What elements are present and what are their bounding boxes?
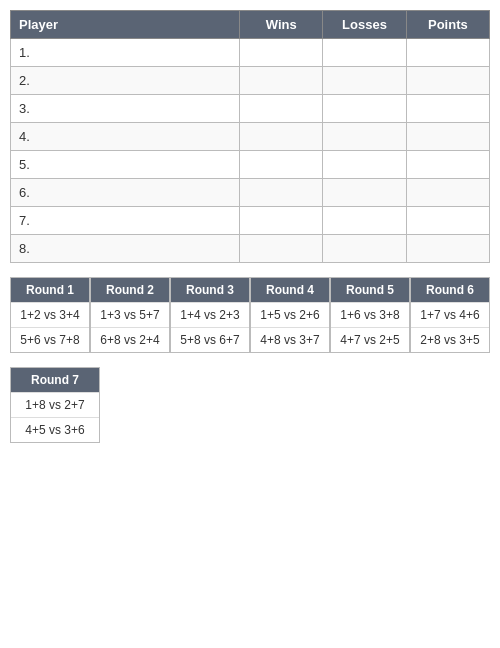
round-header-3: Round 3 bbox=[171, 278, 249, 302]
standings-row: 4. bbox=[11, 123, 490, 151]
standings-row: 2. bbox=[11, 67, 490, 95]
player-wins bbox=[240, 207, 323, 235]
round-match-2-2: 6+8 vs 2+4 bbox=[91, 327, 169, 352]
player-wins bbox=[240, 123, 323, 151]
round-match-2-1: 1+3 vs 5+7 bbox=[91, 302, 169, 327]
standings-row: 7. bbox=[11, 207, 490, 235]
round-block-5: Round 51+6 vs 3+84+7 vs 2+5 bbox=[330, 277, 410, 353]
player-losses bbox=[323, 67, 406, 95]
player-number: 6. bbox=[11, 179, 240, 207]
player-wins bbox=[240, 235, 323, 263]
player-number: 5. bbox=[11, 151, 240, 179]
player-points bbox=[406, 95, 489, 123]
player-number: 3. bbox=[11, 95, 240, 123]
round-match-7-2: 4+5 vs 3+6 bbox=[11, 417, 99, 442]
round-match-4-1: 1+5 vs 2+6 bbox=[251, 302, 329, 327]
standings-table: Player Wins Losses Points 1. 2. 3. 4. bbox=[10, 10, 490, 263]
player-losses bbox=[323, 95, 406, 123]
standings-row: 6. bbox=[11, 179, 490, 207]
round-header-6: Round 6 bbox=[411, 278, 489, 302]
player-wins bbox=[240, 151, 323, 179]
player-number: 1. bbox=[11, 39, 240, 67]
round-block-4: Round 41+5 vs 2+64+8 vs 3+7 bbox=[250, 277, 330, 353]
standings-header-player: Player bbox=[11, 11, 240, 39]
round-header-5: Round 5 bbox=[331, 278, 409, 302]
player-points bbox=[406, 151, 489, 179]
player-points bbox=[406, 67, 489, 95]
round-match-3-2: 5+8 vs 6+7 bbox=[171, 327, 249, 352]
round-match-5-1: 1+6 vs 3+8 bbox=[331, 302, 409, 327]
round-block-2: Round 21+3 vs 5+76+8 vs 2+4 bbox=[90, 277, 170, 353]
player-losses bbox=[323, 207, 406, 235]
player-points bbox=[406, 123, 489, 151]
player-points bbox=[406, 179, 489, 207]
player-points bbox=[406, 39, 489, 67]
round-header-4: Round 4 bbox=[251, 278, 329, 302]
round-block-1: Round 11+2 vs 3+45+6 vs 7+8 bbox=[10, 277, 90, 353]
player-number: 2. bbox=[11, 67, 240, 95]
player-wins bbox=[240, 39, 323, 67]
round-block-3: Round 31+4 vs 2+35+8 vs 6+7 bbox=[170, 277, 250, 353]
player-losses bbox=[323, 39, 406, 67]
player-wins bbox=[240, 179, 323, 207]
standings-row: 5. bbox=[11, 151, 490, 179]
round-match-4-2: 4+8 vs 3+7 bbox=[251, 327, 329, 352]
round7-block: Round 71+8 vs 2+74+5 vs 3+6 bbox=[10, 367, 100, 443]
rounds-main-grid: Round 11+2 vs 3+45+6 vs 7+8Round 21+3 vs… bbox=[10, 277, 490, 353]
round-match-6-2: 2+8 vs 3+5 bbox=[411, 327, 489, 352]
standings-header-losses: Losses bbox=[323, 11, 406, 39]
player-number: 4. bbox=[11, 123, 240, 151]
standings-row: 1. bbox=[11, 39, 490, 67]
player-number: 7. bbox=[11, 207, 240, 235]
player-losses bbox=[323, 123, 406, 151]
player-wins bbox=[240, 67, 323, 95]
player-wins bbox=[240, 95, 323, 123]
round-match-6-1: 1+7 vs 4+6 bbox=[411, 302, 489, 327]
round-header-2: Round 2 bbox=[91, 278, 169, 302]
round-match-1-1: 1+2 vs 3+4 bbox=[11, 302, 89, 327]
round-block-6: Round 61+7 vs 4+62+8 vs 3+5 bbox=[410, 277, 490, 353]
round-match-5-2: 4+7 vs 2+5 bbox=[331, 327, 409, 352]
round-match-1-2: 5+6 vs 7+8 bbox=[11, 327, 89, 352]
player-number: 8. bbox=[11, 235, 240, 263]
standings-row: 8. bbox=[11, 235, 490, 263]
round-match-3-1: 1+4 vs 2+3 bbox=[171, 302, 249, 327]
standings-row: 3. bbox=[11, 95, 490, 123]
player-points bbox=[406, 235, 489, 263]
player-losses bbox=[323, 179, 406, 207]
player-losses bbox=[323, 151, 406, 179]
round-header-1: Round 1 bbox=[11, 278, 89, 302]
round-match-7-1: 1+8 vs 2+7 bbox=[11, 392, 99, 417]
round-block-7: Round 71+8 vs 2+74+5 vs 3+6 bbox=[10, 367, 100, 443]
round-header-7: Round 7 bbox=[11, 368, 99, 392]
standings-header-wins: Wins bbox=[240, 11, 323, 39]
standings-header-points: Points bbox=[406, 11, 489, 39]
player-losses bbox=[323, 235, 406, 263]
player-points bbox=[406, 207, 489, 235]
